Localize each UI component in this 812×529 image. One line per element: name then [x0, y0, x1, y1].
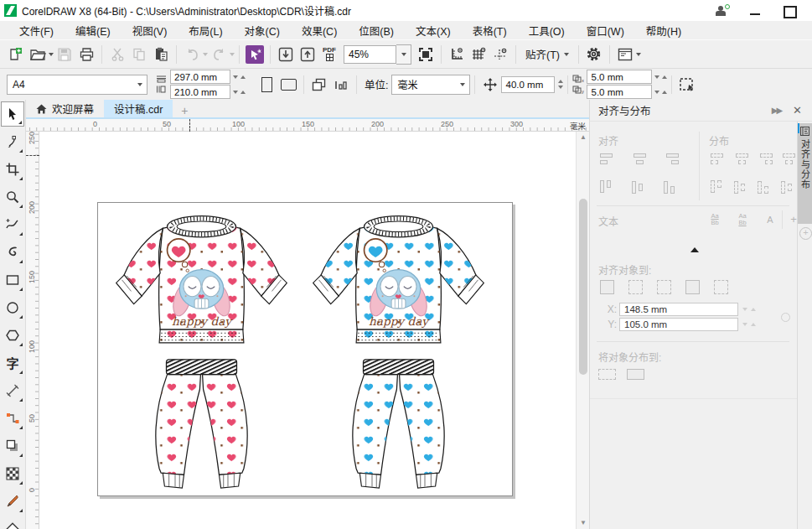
redo-button[interactable]	[208, 44, 230, 65]
import-button[interactable]	[275, 44, 297, 65]
full-screen-preview-button[interactable]	[415, 44, 437, 65]
menu-item[interactable]: 文件(F)	[8, 21, 65, 40]
interactive-fill-tool[interactable]	[1, 516, 24, 529]
distribute-center-horizontal-button[interactable]	[731, 150, 753, 170]
account-sign-in-icon[interactable]	[715, 4, 730, 18]
align-right-button[interactable]	[660, 150, 682, 170]
page-height-field[interactable]: 210.0 mm	[170, 85, 230, 99]
align-to-specified-point-button[interactable]	[709, 276, 732, 298]
text-tool[interactable]: 字	[1, 350, 24, 376]
landscape-orientation-button[interactable]	[277, 74, 299, 96]
units-combo[interactable]: 毫米	[391, 75, 470, 95]
menu-item[interactable]: 帮助(H)	[635, 21, 692, 40]
page-width-field[interactable]: 297.0 mm	[170, 70, 230, 84]
zoom-level-value[interactable]: 45%	[344, 45, 396, 64]
paste-button[interactable]	[150, 44, 172, 65]
distribute-left-button[interactable]	[707, 150, 729, 170]
align-to-page-center-button[interactable]	[652, 276, 675, 298]
drawing-canvas[interactable]: happy day happy day	[39, 132, 576, 529]
interface-layout-button[interactable]	[614, 44, 636, 65]
nudge-spinner[interactable]	[558, 80, 563, 89]
options-gear-icon[interactable]	[583, 44, 605, 65]
distribute-spacing-horizontal-button[interactable]	[754, 150, 776, 170]
duplicate-x-field[interactable]: 5.0 mm	[587, 70, 652, 84]
menu-item[interactable]: 表格(T)	[462, 21, 518, 40]
canvas-vertical-scrollbar[interactable]: ▲ ▼	[576, 132, 589, 529]
page-height-spinner[interactable]	[233, 91, 246, 94]
text-align-baseline-first-button[interactable]: AaBb	[704, 209, 726, 231]
portrait-orientation-button[interactable]	[256, 74, 277, 96]
distribute-to-page-button[interactable]	[623, 363, 647, 385]
align-bottom-button[interactable]	[660, 177, 682, 197]
shape-tool[interactable]	[1, 129, 24, 154]
copy-button[interactable]	[128, 44, 150, 65]
show-guidelines-toggle[interactable]	[489, 44, 511, 65]
align-middle-vertical-button[interactable]	[628, 177, 650, 197]
distribute-spacing-vertical-button[interactable]	[754, 177, 776, 197]
align-x-field[interactable]: 148.5 mm	[619, 303, 738, 316]
pick-tool[interactable]	[1, 101, 24, 127]
crop-tool[interactable]	[1, 157, 24, 182]
align-center-horizontal-button[interactable]	[628, 150, 650, 170]
menu-item[interactable]: 视图(V)	[122, 21, 178, 40]
artistic-media-tool[interactable]	[1, 240, 24, 265]
page-size-preset-combo[interactable]: A4	[7, 75, 147, 95]
drop-shadow-tool[interactable]	[1, 433, 24, 459]
search-content-button[interactable]	[244, 44, 266, 65]
undo-button[interactable]	[181, 44, 203, 65]
open-button[interactable]	[27, 44, 49, 65]
snap-to-button[interactable]: 贴齐(T)	[520, 44, 574, 65]
tab-welcome-screen[interactable]: 欢迎屏幕	[26, 100, 104, 117]
color-eyedropper-tool[interactable]	[1, 489, 24, 514]
menu-item[interactable]: 编辑(E)	[65, 21, 122, 40]
align-x-spinner[interactable]	[742, 308, 756, 311]
menu-item[interactable]: 工具(O)	[518, 21, 576, 40]
align-to-active-object-button[interactable]	[595, 276, 618, 298]
interface-layout-caret[interactable]	[636, 53, 641, 56]
menu-item[interactable]: 窗口(W)	[576, 21, 635, 40]
duplicate-x-spinner[interactable]	[654, 75, 667, 79]
align-distribute-side-tab[interactable]: 对齐与分布	[798, 123, 812, 224]
rectangle-tool[interactable]	[1, 267, 24, 293]
docker-collapse-chevrons-icon[interactable]: ▶▶	[772, 106, 793, 115]
scrollbar-thumb[interactable]	[579, 199, 587, 375]
all-pages-button[interactable]	[308, 74, 330, 96]
text-align-baseline-last-button[interactable]: AaBb	[732, 209, 753, 231]
menu-item[interactable]: 效果(C)	[291, 21, 348, 40]
nudge-distance-field[interactable]: 40.0 mm	[501, 76, 555, 93]
minimize-button[interactable]	[748, 4, 763, 18]
distribute-middle-vertical-button[interactable]	[731, 177, 753, 197]
maximize-button[interactable]	[782, 4, 797, 18]
freehand-tool[interactable]	[1, 212, 24, 237]
align-top-button[interactable]	[597, 177, 618, 197]
scroll-down-arrow[interactable]: ▼	[580, 520, 587, 526]
menu-item[interactable]: 文本(X)	[405, 21, 462, 40]
document-page[interactable]: happy day happy day	[97, 202, 513, 496]
zoom-level-dropdown[interactable]	[396, 44, 411, 65]
distribute-to-selection-extent-button[interactable]	[595, 363, 618, 385]
redo-dropdown-caret[interactable]	[230, 53, 235, 56]
vertical-ruler[interactable]: 250200150100500	[26, 132, 39, 529]
align-left-button[interactable]	[597, 150, 618, 170]
duplicate-y-spinner[interactable]	[654, 91, 667, 94]
print-button[interactable]	[75, 44, 97, 65]
menu-item[interactable]: 对象(C)	[234, 21, 291, 40]
new-document-button[interactable]	[5, 44, 27, 65]
parallel-dimension-tool[interactable]	[1, 378, 24, 403]
show-grid-toggle[interactable]	[468, 44, 489, 65]
show-rulers-toggle[interactable]	[446, 44, 468, 65]
current-page-button[interactable]	[330, 74, 352, 96]
tab-document[interactable]: 设计稿.cdr	[104, 100, 173, 117]
new-tab-button[interactable]: +	[173, 104, 196, 117]
align-to-page-edge-button[interactable]	[623, 276, 647, 298]
menu-item[interactable]: 位图(B)	[348, 21, 405, 40]
menu-item[interactable]: 布局(L)	[178, 21, 233, 40]
docker-collapse-arrow[interactable]	[690, 247, 699, 252]
polygon-tool[interactable]	[1, 323, 24, 348]
treat-as-filled-toggle[interactable]	[676, 74, 698, 96]
align-y-spinner[interactable]	[742, 323, 756, 326]
save-button[interactable]	[54, 44, 75, 65]
align-y-field[interactable]: 105.0 mm	[619, 318, 738, 331]
ellipse-tool[interactable]	[1, 295, 24, 320]
distribute-top-button[interactable]	[707, 177, 729, 197]
